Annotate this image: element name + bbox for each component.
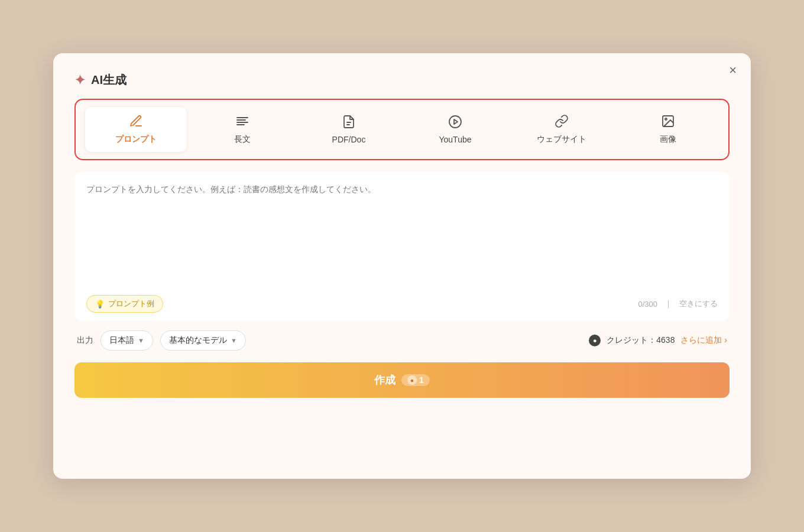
separator: ｜ xyxy=(664,299,672,309)
tab-website[interactable]: ウェブサイト xyxy=(511,107,612,152)
tab-longtext-label: 長文 xyxy=(234,134,251,145)
tab-pdfdoc[interactable]: PDF/Doc xyxy=(298,107,400,152)
play-circle-icon xyxy=(448,115,462,131)
create-badge-icon: ● xyxy=(407,375,417,385)
credits-label: クレジット：4638 xyxy=(607,335,675,346)
create-button[interactable]: 作成 ● 1 xyxy=(74,362,730,398)
model-value: 基本的なモデル xyxy=(169,335,227,346)
tab-pdfdoc-label: PDF/Doc xyxy=(332,135,366,144)
tab-youtube[interactable]: YouTube xyxy=(404,107,506,152)
tab-website-label: ウェブサイト xyxy=(537,134,586,145)
modal: × ✦ AI生成 プロンプト xyxy=(53,53,751,479)
image-icon xyxy=(661,114,675,131)
sparkle-icon: ✦ xyxy=(74,73,85,88)
link-icon xyxy=(555,114,569,131)
language-dropdown[interactable]: 日本語 ▼ xyxy=(100,330,153,351)
tab-image[interactable]: 画像 xyxy=(617,107,719,152)
modal-title: ✦ AI生成 xyxy=(74,72,730,88)
output-label: 出力 xyxy=(77,335,93,346)
tab-prompt[interactable]: プロンプト xyxy=(85,107,187,152)
clear-button[interactable]: 空きにする xyxy=(679,299,718,309)
prompt-area-container: 💡 プロンプト例 0/300 ｜ 空きにする xyxy=(74,172,730,321)
svg-marker-7 xyxy=(454,119,458,124)
add-more-link[interactable]: さらに追加 › xyxy=(680,335,727,346)
edit-icon xyxy=(129,114,143,131)
chevron-down-icon: ▼ xyxy=(138,337,144,344)
prompt-count-area: 0/300 ｜ 空きにする xyxy=(638,299,718,309)
file-icon xyxy=(342,115,356,131)
tab-image-label: 画像 xyxy=(660,134,676,145)
close-button[interactable]: × xyxy=(729,64,737,77)
settings-row: 出力 日本語 ▼ 基本的なモデル ▼ ● クレジット：4638 さらに追加 › xyxy=(74,330,730,351)
tab-prompt-label: プロンプト xyxy=(115,134,157,145)
svg-point-6 xyxy=(449,116,461,128)
create-label: 作成 xyxy=(374,373,395,387)
language-value: 日本語 xyxy=(109,335,134,346)
create-badge: ● 1 xyxy=(401,374,430,386)
tab-youtube-label: YouTube xyxy=(439,135,471,144)
align-left-icon xyxy=(235,114,249,131)
prompt-example-button[interactable]: 💡 プロンプト例 xyxy=(86,295,163,313)
credits-area: ● クレジット：4638 さらに追加 › xyxy=(589,335,727,346)
tab-bar: プロンプト 長文 xyxy=(74,99,730,160)
create-badge-count: 1 xyxy=(419,375,424,385)
prompt-footer: 💡 プロンプト例 0/300 ｜ 空きにする xyxy=(86,295,718,313)
model-dropdown[interactable]: 基本的なモデル ▼ xyxy=(160,330,246,351)
char-count: 0/300 xyxy=(638,300,657,309)
tab-longtext[interactable]: 長文 xyxy=(192,107,293,152)
svg-point-9 xyxy=(665,118,667,120)
chevron-down-icon: ▼ xyxy=(231,337,237,344)
prompt-textarea[interactable] xyxy=(86,183,718,289)
credit-icon: ● xyxy=(589,335,601,346)
lightbulb-icon: 💡 xyxy=(95,300,105,309)
